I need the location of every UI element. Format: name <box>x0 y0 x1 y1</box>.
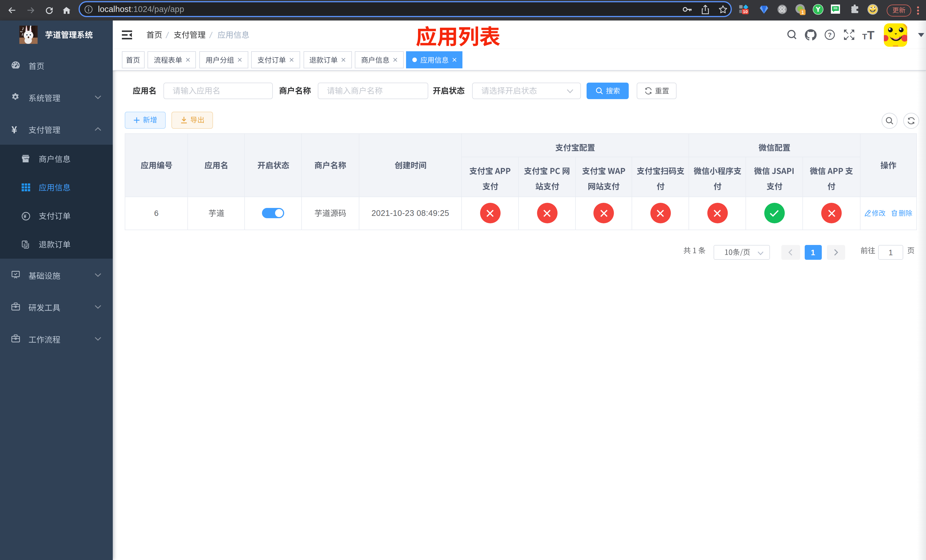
svg-text:10: 10 <box>743 9 747 14</box>
svg-text:1: 1 <box>801 10 804 15</box>
svg-text:?: ? <box>828 31 831 38</box>
